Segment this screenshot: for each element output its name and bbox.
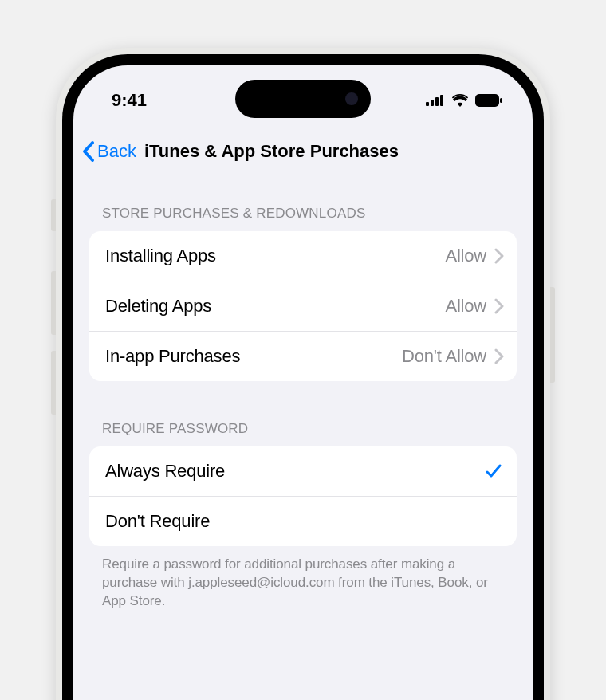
require-password-group: Always Require Don't Require xyxy=(89,446,517,546)
row-deleting-apps[interactable]: Deleting Apps Allow xyxy=(89,281,517,331)
row-value: Allow xyxy=(445,296,486,317)
row-label: Always Require xyxy=(105,461,485,482)
row-in-app-purchases[interactable]: In-app Purchases Don't Allow xyxy=(89,331,517,381)
section-header-store: STORE PURCHASES & REDOWNLOADS xyxy=(73,172,533,231)
back-label: Back xyxy=(97,141,136,162)
chevron-right-icon xyxy=(494,348,504,364)
battery-icon xyxy=(475,94,502,107)
svg-rect-2 xyxy=(435,97,439,106)
store-purchases-group: Installing Apps Allow Deleting Apps Allo… xyxy=(89,231,517,381)
svg-rect-1 xyxy=(431,100,434,106)
row-dont-require[interactable]: Don't Require xyxy=(89,496,517,546)
section-footer-password: Require a password for additional purcha… xyxy=(73,546,533,611)
chevron-right-icon xyxy=(494,248,504,264)
phone-screen: 9:41 Back iTunes & App Store Purchases S… xyxy=(73,65,533,700)
wifi-icon xyxy=(451,94,469,107)
chevron-left-icon xyxy=(81,140,96,163)
svg-rect-0 xyxy=(426,102,429,106)
row-always-require[interactable]: Always Require xyxy=(89,446,517,496)
svg-rect-3 xyxy=(440,95,443,106)
section-header-password: REQUIRE PASSWORD xyxy=(73,381,533,446)
row-label: Installing Apps xyxy=(105,246,445,266)
page-title: iTunes & App Store Purchases xyxy=(144,141,399,162)
chevron-right-icon xyxy=(494,298,504,314)
row-label: In-app Purchases xyxy=(105,346,402,367)
row-value: Don't Allow xyxy=(402,346,486,367)
status-time: 9:41 xyxy=(112,90,147,111)
svg-rect-4 xyxy=(475,94,499,107)
cellular-icon xyxy=(426,95,445,106)
row-label: Deleting Apps xyxy=(105,296,445,317)
navigation-bar: Back iTunes & App Store Purchases xyxy=(73,116,533,172)
phone-device-frame: 9:41 Back iTunes & App Store Purchases S… xyxy=(56,48,550,700)
svg-rect-5 xyxy=(500,98,502,103)
row-value: Allow xyxy=(445,246,486,266)
dynamic-island xyxy=(235,80,371,118)
row-label: Don't Require xyxy=(105,511,502,532)
row-installing-apps[interactable]: Installing Apps Allow xyxy=(89,231,517,281)
back-button[interactable]: Back xyxy=(81,140,136,163)
status-indicators xyxy=(426,94,502,107)
checkmark-icon xyxy=(485,462,502,480)
